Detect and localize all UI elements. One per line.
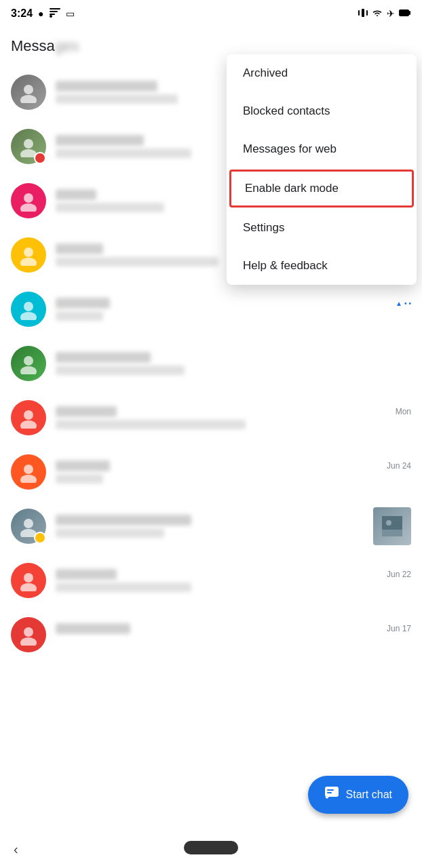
conv-name-blurred [56, 135, 144, 146]
avatar [11, 292, 46, 327]
screen-icon: ▭ [66, 8, 75, 19]
avatar [11, 509, 46, 544]
list-item[interactable]: Jun 22 [0, 553, 422, 608]
svg-point-3 [50, 15, 52, 18]
list-item[interactable]: Mon [0, 391, 422, 445]
avatar-badge-yellow [34, 532, 46, 544]
avatar [11, 129, 46, 164]
menu-item-blocked[interactable]: Blocked contacts [227, 92, 417, 130]
svg-point-15 [24, 248, 33, 257]
svg-point-31 [20, 583, 37, 591]
bottom-navigation: ‹ [0, 827, 422, 868]
conv-time: Jun 24 [387, 461, 411, 471]
conv-message [56, 149, 191, 158]
avatar [11, 346, 46, 381]
svg-rect-36 [327, 792, 332, 793]
svg-rect-0 [50, 8, 60, 9]
conv-message [56, 528, 164, 538]
conv-message [56, 474, 103, 484]
svg-rect-28 [382, 530, 402, 536]
conv-name-blurred [56, 298, 110, 309]
conv-message [56, 94, 178, 104]
start-chat-label: Start chat [346, 789, 392, 801]
svg-point-21 [24, 410, 33, 420]
status-time: 3:24 [11, 7, 33, 20]
conv-name-blurred [56, 623, 130, 634]
conv-name-blurred [56, 569, 117, 580]
avatar [11, 563, 46, 598]
menu-item-archived[interactable]: Archived [227, 54, 417, 92]
conv-message [56, 420, 246, 429]
conv-thumbnail [373, 507, 411, 545]
conv-message [56, 257, 218, 267]
svg-point-33 [20, 637, 37, 646]
avatar [11, 183, 46, 218]
avatar [11, 75, 46, 110]
home-indicator [184, 841, 238, 854]
svg-point-32 [24, 627, 33, 637]
svg-point-30 [24, 573, 33, 583]
cast-icon [50, 8, 60, 20]
chat-icon [324, 786, 339, 804]
svg-point-29 [386, 520, 391, 526]
avatar [11, 237, 46, 273]
conv-name-blurred [56, 189, 96, 200]
svg-point-25 [24, 519, 33, 528]
conversation-content: Jun 22 [56, 569, 411, 592]
menu-item-messages-web[interactable]: Messages for web [227, 130, 417, 168]
svg-rect-8 [409, 11, 410, 15]
svg-rect-5 [358, 10, 360, 16]
dropdown-menu: Archived Blocked contacts Messages for w… [227, 54, 417, 285]
svg-point-11 [24, 139, 33, 149]
svg-point-16 [20, 258, 37, 266]
svg-point-9 [24, 85, 33, 94]
conv-time: Jun 22 [387, 570, 411, 579]
svg-rect-27 [382, 516, 402, 530]
svg-point-22 [20, 420, 37, 429]
status-bar: 3:24 ● ▭ ✈ [0, 0, 422, 27]
spotify-icon: ● [38, 8, 43, 19]
status-bar-left: 3:24 ● ▭ [11, 7, 75, 20]
list-item[interactable]: ▲ • • [0, 282, 422, 336]
battery-icon [399, 8, 411, 19]
conv-name-blurred [56, 352, 151, 363]
svg-point-18 [20, 312, 37, 320]
back-button[interactable]: ‹ [14, 842, 18, 857]
svg-point-24 [20, 475, 37, 483]
app-title: Messages [11, 37, 411, 55]
conv-name-blurred [56, 81, 157, 92]
conversation-content: Jun 17 [56, 623, 411, 646]
list-item[interactable] [0, 499, 422, 553]
svg-point-14 [20, 203, 37, 212]
svg-point-10 [20, 95, 37, 103]
conv-name-blurred [56, 515, 191, 526]
status-bar-right: ✈ [358, 7, 411, 20]
svg-rect-34 [325, 787, 339, 797]
svg-point-19 [24, 356, 33, 366]
svg-rect-1 [50, 11, 58, 12]
conv-name-blurred [56, 406, 117, 417]
wifi-icon [372, 8, 383, 19]
conversation-content: Jun 24 [56, 460, 411, 484]
svg-point-23 [24, 465, 33, 474]
list-item[interactable]: Jun 24 [0, 445, 422, 499]
svg-rect-2 [50, 14, 55, 15]
svg-rect-6 [366, 10, 368, 16]
avatar-badge [34, 152, 46, 164]
conversation-content [56, 515, 368, 538]
vibrate-icon [358, 7, 368, 20]
svg-rect-7 [399, 9, 409, 16]
svg-point-17 [24, 302, 33, 311]
menu-item-dark-mode[interactable]: Enable dark mode [229, 170, 414, 208]
list-item[interactable] [0, 336, 422, 391]
conv-time: Jun 17 [387, 624, 411, 633]
menu-item-help[interactable]: Help & feedback [227, 247, 417, 285]
svg-rect-4 [362, 9, 364, 17]
start-chat-button[interactable]: Start chat [308, 776, 408, 814]
conversation-content [56, 352, 411, 375]
menu-item-settings[interactable]: Settings [227, 209, 417, 247]
svg-rect-35 [327, 789, 334, 791]
avatar [11, 454, 46, 490]
airplane-icon: ✈ [387, 8, 395, 19]
list-item[interactable]: Jun 17 [0, 608, 422, 662]
